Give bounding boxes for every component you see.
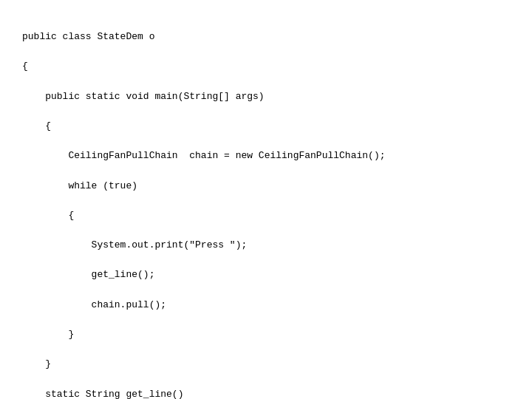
code-text: {: [22, 120, 51, 132]
code-text: while (true): [22, 180, 137, 191]
code-text: public class StateDem o: [22, 31, 154, 42]
code-line: public static void main(String[] args): [22, 89, 510, 104]
code-line: }: [22, 357, 510, 372]
code-line: chain.pull();: [22, 298, 510, 313]
code-line: {: [22, 208, 510, 223]
code-text: }: [22, 329, 74, 340]
code-line: public class StateDem o: [22, 30, 510, 44]
code-line: }: [22, 327, 510, 342]
code-text: }: [22, 358, 51, 369]
code-line: static String get_line(): [22, 387, 510, 399]
code-text: CeilingFanPullChain chain = new CeilingF…: [22, 150, 385, 161]
code-text: get_line();: [22, 269, 154, 280]
code-text: chain.pull();: [22, 299, 166, 310]
code-line: {: [22, 119, 510, 134]
code-line: CeilingFanPullChain chain = new CeilingF…: [22, 149, 510, 163]
code-text: {: [22, 61, 28, 72]
code-line: System.out.print("Press ");: [22, 238, 510, 253]
code-text: static String get_line(): [22, 389, 183, 399]
code-text: public static void main(String[] args): [22, 91, 265, 102]
code-text: {: [22, 210, 74, 221]
code-line: {: [22, 59, 510, 74]
code-text: System.out.print("Press ");: [22, 239, 247, 250]
code-line: get_line();: [22, 267, 510, 282]
code-line-while: while (true): [22, 179, 510, 194]
code-editor: public class StateDem o { public static …: [0, 0, 532, 399]
